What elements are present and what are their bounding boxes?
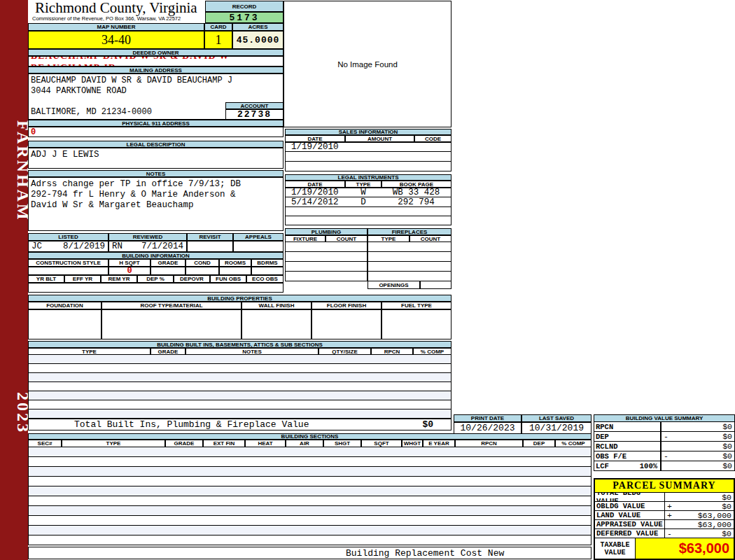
notes-line-3: David W Sr & Margaret Beauchamp	[31, 200, 241, 211]
bs-shgt-label: SHGT	[323, 440, 361, 447]
ps-op: -	[667, 529, 672, 538]
print-info-header-row: PRINT DATE LAST SAVED	[454, 414, 592, 422]
sales-amount-label: AMOUNT	[345, 135, 414, 142]
empty-row	[28, 477, 592, 486]
cond-value	[186, 267, 219, 275]
ps-value-cell: +$0	[665, 502, 734, 511]
building-value-summary-label: BUILDING VALUE SUMMARY	[594, 414, 735, 422]
fireplace-type-label: TYPE	[368, 235, 410, 242]
print-info-value-row: 10/26/2023 10/31/2019	[454, 422, 592, 434]
roof-type-label: ROOF TYPE/MATERIAL	[102, 302, 241, 309]
print-date-label: PRINT DATE	[454, 414, 522, 422]
empty-row	[28, 364, 451, 373]
li-bookpage: WB 33 428	[382, 188, 451, 197]
construction-style-value	[28, 267, 108, 275]
legal-description-value: ADJ J E LEWIS	[28, 148, 284, 169]
bdrms-label: BDRMS	[251, 259, 284, 267]
bvs-value-cell: -$0	[661, 451, 735, 461]
record-box: RECORD 5173	[205, 1, 284, 23]
map-value-row: 34-40 1 45.0000	[28, 31, 284, 49]
ps-row-total-bldg: TOTAL BLDG VALUE $0	[595, 493, 734, 502]
bvs-row-obs: OBS F/E -$0	[594, 451, 735, 461]
property-record-card: FARNHAM 2023 Richmond County, Virginia C…	[0, 0, 735, 560]
bvs-value-cell: -$0	[661, 432, 735, 442]
legal-instrument-row: 5/14/2012 D 292 794	[285, 197, 451, 207]
bs-dep-label: DEP	[523, 440, 555, 447]
sales-code-label: CODE	[414, 135, 451, 142]
card-label: CARD	[204, 23, 232, 31]
fireplaces-label: FIREPLACES	[368, 228, 451, 235]
bi-qty-label: QTY/SIZE	[318, 348, 371, 355]
empty-row	[285, 262, 368, 272]
bi-comp-label: % COMP	[413, 348, 451, 355]
revisit-label: REVISIT	[187, 233, 233, 241]
bdrms-value	[251, 267, 284, 275]
ps-name: APPRAISED VALUE	[595, 520, 665, 529]
last-saved-label: LAST SAVED	[522, 414, 592, 422]
openings-row: OPENINGS	[368, 281, 451, 289]
bs-sqft-label: SQFT	[361, 440, 402, 447]
taxable-value-label: TAXABLE VALUE	[595, 538, 636, 559]
fuel-type-label: FUEL TYPE	[382, 302, 451, 309]
ps-value-cell: $63,000	[665, 520, 734, 529]
empty-row	[285, 162, 451, 172]
grade-label: GRADE	[150, 259, 186, 267]
listed-label: LISTED	[28, 233, 108, 241]
building-value-summary-rows: RPCN $0 DEP -$0 RCLND $0 OBS F/E -$0 LC	[594, 422, 735, 471]
bvs-name: DEP	[594, 432, 661, 442]
parcel-summary-label: PARCEL SUMMARY	[595, 479, 734, 493]
taxable-label-line1: TAXABLE	[600, 541, 629, 549]
print-date-value: 10/26/2023	[454, 422, 522, 434]
notes-label: NOTES	[28, 170, 284, 177]
listed-by: JC	[31, 241, 42, 251]
floor-finish-value	[312, 309, 382, 340]
bvs-row-rpcn: RPCN $0	[594, 422, 735, 432]
bvs-lcf-label: LCF	[596, 462, 609, 470]
sales-row: 1/19/2010	[285, 142, 451, 152]
map-number-value: 34-40	[28, 31, 204, 49]
legal-description-label: LEGAL DESCRIPTION	[28, 141, 284, 148]
photo-panel: No Image Found	[284, 1, 451, 127]
bvs-row-dep: DEP -$0	[594, 432, 735, 442]
cond-label: COND	[186, 259, 219, 267]
appeals-value	[233, 241, 284, 252]
deeded-owner-value: BEAUCHAMP DAVID W SR & DAVID W BEAUCHAMP…	[28, 56, 284, 66]
building-sections-rows	[28, 447, 592, 545]
bvs-value-cell: $0	[661, 422, 735, 432]
notes-box: Adrss change per TP in office 7/9/13; DB…	[28, 177, 284, 231]
li-bookpage-label: BOOK PAGE	[382, 181, 451, 188]
account-label: ACCOUNT	[225, 102, 284, 109]
empty-row	[28, 355, 451, 364]
building-info-header-row-1: CONSTRUCTION STYLE H SQFT GRADE COND ROO…	[28, 259, 284, 267]
taxable-value-row: TAXABLE VALUE $63,000	[595, 538, 734, 559]
card-value: 1	[204, 31, 232, 49]
record-value: 5173	[205, 12, 284, 23]
ps-op: +	[667, 502, 672, 511]
county-title: Richmond County, Virginia	[28, 0, 205, 15]
fuel-type-value	[382, 309, 451, 340]
built-ins-header-row: TYPE GRADE NOTES QTY/SIZE RPCN % COMP	[28, 348, 451, 355]
physical-address-value: 0	[28, 127, 284, 137]
ps-name: DEFERRED VALUE	[595, 529, 665, 538]
built-ins-total-row: Total Built Ins, Plumbing & Fireplace Va…	[28, 419, 451, 430]
mailing-address-label: MAILING ADDRESS	[28, 66, 284, 74]
reviewed-label: REVIEWED	[108, 233, 187, 241]
construction-style-label: CONSTRUCTION STYLE	[28, 259, 108, 267]
wall-finish-label: WALL FINISH	[241, 302, 312, 309]
building-properties-header-row: FOUNDATION ROOF TYPE/MATERIAL WALL FINIS…	[28, 302, 451, 309]
bi-notes-label: NOTES	[186, 348, 318, 355]
built-ins-total-label: Total Built Ins, Plumbing & Fireplace Va…	[74, 419, 309, 430]
building-information-label: BUILDING INFORMATION	[28, 252, 284, 259]
empty-row	[368, 272, 451, 281]
empty-row	[368, 252, 451, 262]
mailing-line-3	[31, 97, 232, 107]
empty-row	[28, 400, 451, 410]
sales-rows: 1/19/2010	[285, 142, 451, 172]
empty-row	[28, 382, 451, 391]
empty-row	[28, 457, 592, 467]
reviewed-date: 7/1/2014	[141, 241, 183, 251]
dep-pct-label: DEP %	[137, 275, 174, 283]
empty-row	[28, 410, 451, 419]
last-saved-value: 10/31/2019	[522, 422, 592, 434]
li-type: W	[345, 188, 382, 197]
